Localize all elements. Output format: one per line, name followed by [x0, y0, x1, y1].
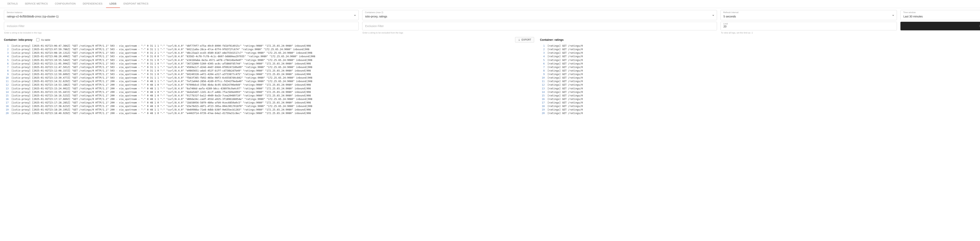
log-line-text: [istio-proxy] [2025-01-02T23:12:08.157Z]… [11, 69, 311, 73]
tab-endpoint-metrics[interactable]: ENDPOINT METRICS [120, 0, 152, 8]
ratings-log-line[interactable]: 10[ratings] GET /ratings/0 [540, 76, 980, 79]
filters-row-1: Service instance Containers (max 2) Refr… [0, 8, 980, 21]
log-line-text: [ratings] GET /ratings/0 [547, 111, 583, 115]
chevron-down-icon [712, 14, 714, 17]
ratings-log-line[interactable]: 6[ratings] GET /ratings/0 [540, 62, 980, 65]
tab-service-metrics[interactable]: SERVICE METRICS [21, 0, 51, 8]
log-line-text: [ratings] GET /ratings/0 [547, 90, 583, 94]
ratings-log-line[interactable]: 16[ratings] GET /ratings/0 [540, 97, 980, 101]
containers-value[interactable] [362, 10, 717, 20]
log-line-text: [istio-proxy] [2025-01-02T23:15:24.002Z]… [11, 87, 311, 90]
istio-proxy-log-line[interactable]: 5[istio-proxy] [2025-01-02T23:10:55.544Z… [4, 59, 534, 62]
istio-proxy-log-line[interactable]: 17[istio-proxy] [2025-01-02T23:17:28.285… [4, 101, 534, 105]
log-line-number: 19 [540, 108, 547, 111]
log-line-number: 4 [540, 55, 547, 58]
log-line-number: 11 [4, 79, 11, 83]
log-line-number: 17 [540, 101, 547, 105]
ratings-log-viewer[interactable]: 1[ratings] GET /ratings/02[ratings] GET … [540, 44, 980, 115]
pause-button[interactable]: PAUSE [900, 22, 980, 30]
ratings-log-line[interactable]: 1[ratings] GET /ratings/0 [540, 44, 980, 48]
time-window-value[interactable] [900, 10, 980, 20]
ratings-log-line[interactable]: 3[ratings] GET /ratings/0 [540, 51, 980, 55]
istio-proxy-log-line[interactable]: 20[istio-proxy] [2025-01-02T23:18:40.929… [4, 111, 534, 115]
refresh-interval-select[interactable]: Refresh Interval [721, 10, 897, 20]
log-line-text: [istio-proxy] [2025-01-02T23:13:30.477Z]… [11, 76, 312, 79]
limit-hint: To view all logs, set the limit as -1 [721, 32, 897, 34]
log-line-number: 10 [540, 76, 547, 79]
log-line-number: 11 [540, 79, 547, 83]
log-line-number: 14 [4, 90, 11, 94]
tab-configuration[interactable]: CONFIGURATION [51, 0, 79, 8]
istio-proxy-log-line[interactable]: 3[istio-proxy] [2025-01-02T23:08:10.131Z… [4, 51, 534, 55]
ratings-log-line[interactable]: 4[ratings] GET /ratings/0 [540, 55, 980, 58]
istio-proxy-log-line[interactable]: 2[istio-proxy] [2025-01-02T23:07:59.786Z… [4, 48, 534, 51]
chevron-down-icon [892, 14, 894, 17]
panel-ratings: Container: ratings ⭳ EXPORT 1[ratings] G… [540, 37, 980, 115]
inclusion-filter-input[interactable] [4, 22, 359, 30]
inclusion-hint: Enter a string to be included in the log… [4, 32, 359, 34]
as-table-toggle[interactable]: As table [36, 38, 50, 41]
log-line-number: 6 [540, 62, 547, 65]
as-table-checkbox[interactable] [36, 38, 40, 41]
istio-proxy-log-line[interactable]: 19[istio-proxy] [2025-01-02T23:18:20.195… [4, 108, 534, 111]
time-window-select[interactable]: Time window [900, 10, 980, 20]
service-instance-select[interactable]: Service instance [4, 10, 359, 20]
log-line-text: [istio-proxy] [2025-01-02T23:14:32.629Z]… [11, 79, 312, 83]
log-line-text: [ratings] GET /ratings/0 [547, 97, 583, 101]
log-line-text: [ratings] GET /ratings/0 [547, 79, 583, 83]
service-instance-value[interactable] [4, 10, 359, 20]
istio-proxy-log-line[interactable]: 12[istio-proxy] [2025-01-02T23:14:53.186… [4, 83, 534, 87]
download-icon: ⭳ [518, 38, 520, 41]
log-line-number: 16 [540, 97, 547, 101]
istio-proxy-log-line[interactable]: 15[istio-proxy] [2025-01-02T23:16:16.523… [4, 94, 534, 97]
ratings-log-line[interactable]: 19[ratings] GET /ratings/0 [540, 108, 980, 111]
istio-proxy-log-line[interactable]: 18[istio-proxy] [2025-01-02T23:17:38.623… [4, 105, 534, 108]
ratings-log-line[interactable]: 2[ratings] GET /ratings/0 [540, 48, 980, 51]
istio-proxy-log-line[interactable]: 9[istio-proxy] [2025-01-02T23:12:59.609Z… [4, 73, 534, 76]
log-line-number: 8 [4, 69, 11, 73]
ratings-log-line[interactable]: 11[ratings] GET /ratings/0 [540, 79, 980, 83]
log-line-number: 1 [4, 44, 11, 48]
ratings-log-line[interactable]: 7[ratings] GET /ratings/0 [540, 65, 980, 69]
log-line-number: 5 [4, 59, 11, 62]
istio-proxy-log-line[interactable]: 14[istio-proxy] [2025-01-02T23:15:55.447… [4, 90, 534, 94]
tab-dependencies[interactable]: DEPENDENCIES [79, 0, 106, 8]
ratings-log-line[interactable]: 13[ratings] GET /ratings/0 [540, 87, 980, 90]
tab-details[interactable]: DETAILS [4, 0, 21, 8]
log-line-number: 8 [540, 69, 547, 73]
log-line-text: [ratings] GET /ratings/0 [547, 51, 583, 55]
istio-proxy-log-line[interactable]: 4[istio-proxy] [2025-01-02T23:08:20.490Z… [4, 55, 534, 58]
istio-proxy-log-line[interactable]: 6[istio-proxy] [2025-01-02T23:11:05.994Z… [4, 62, 534, 65]
istio-proxy-log-line[interactable]: 11[istio-proxy] [2025-01-02T23:14:32.629… [4, 79, 534, 83]
log-line-text: [ratings] GET /ratings/0 [547, 83, 583, 87]
ratings-log-line[interactable]: 9[ratings] GET /ratings/0 [540, 73, 980, 76]
istio-proxy-log-line[interactable]: 10[istio-proxy] [2025-01-02T23:13:30.477… [4, 76, 534, 79]
tab-logs[interactable]: LOGS [106, 0, 120, 8]
istio-proxy-log-line[interactable]: 13[istio-proxy] [2025-01-02T23:15:24.002… [4, 87, 534, 90]
log-line-text: [istio-proxy] [2025-01-02T23:11:47.501Z]… [11, 65, 312, 69]
ratings-log-line[interactable]: 12[ratings] GET /ratings/0 [540, 83, 980, 87]
exclusion-filter-input[interactable] [362, 22, 717, 30]
log-line-text: [istio-proxy] [2025-01-02T23:18:40.929Z]… [11, 111, 311, 115]
log-line-number: 9 [540, 73, 547, 76]
refresh-interval-value[interactable] [721, 10, 897, 20]
export-button-left[interactable]: ⭳ EXPORT [515, 37, 534, 43]
ratings-log-line[interactable]: 5[ratings] GET /ratings/0 [540, 59, 980, 62]
ratings-log-line[interactable]: 20[ratings] GET /ratings/0 [540, 111, 980, 115]
istio-proxy-log-line[interactable]: 7[istio-proxy] [2025-01-02T23:11:47.501Z… [4, 65, 534, 69]
istio-proxy-log-line[interactable]: 1[istio-proxy] [2025-01-02T23:06:47.384Z… [4, 44, 534, 48]
limit-input[interactable] [721, 22, 897, 30]
log-line-text: [ratings] GET /ratings/0 [547, 105, 583, 108]
ratings-log-line[interactable]: 17[ratings] GET /ratings/0 [540, 101, 980, 105]
istio-proxy-log-viewer[interactable]: 1[istio-proxy] [2025-01-02T23:06:47.384Z… [4, 44, 534, 115]
log-line-text: [ratings] GET /ratings/0 [547, 44, 583, 48]
ratings-log-line[interactable]: 8[ratings] GET /ratings/0 [540, 69, 980, 73]
log-line-number: 19 [4, 108, 11, 111]
log-line-number: 17 [4, 101, 11, 105]
istio-proxy-log-line[interactable]: 16[istio-proxy] [2025-01-02T23:17:17.669… [4, 97, 534, 101]
ratings-log-line[interactable]: 18[ratings] GET /ratings/0 [540, 105, 980, 108]
containers-select[interactable]: Containers (max 2) [362, 10, 717, 20]
istio-proxy-log-line[interactable]: 8[istio-proxy] [2025-01-02T23:12:08.157Z… [4, 69, 534, 73]
ratings-log-line[interactable]: 15[ratings] GET /ratings/0 [540, 94, 980, 97]
ratings-log-line[interactable]: 14[ratings] GET /ratings/0 [540, 90, 980, 94]
